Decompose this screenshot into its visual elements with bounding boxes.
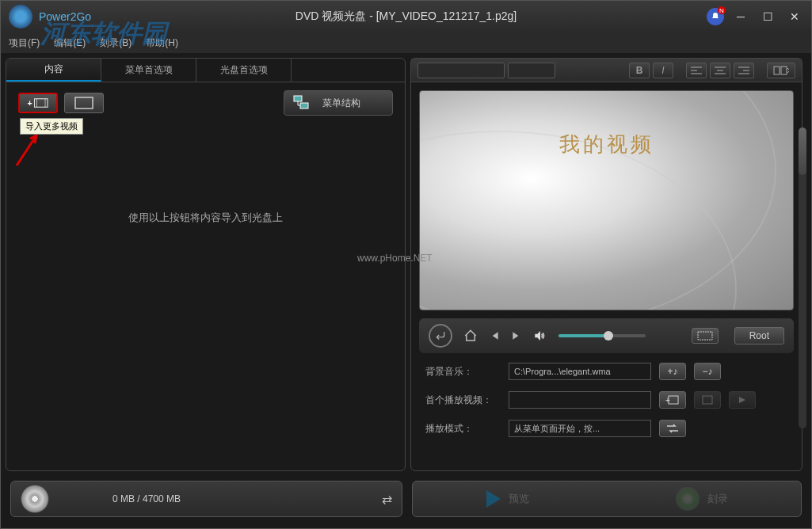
import-video-button[interactable]: + 导入更多视频 (18, 93, 58, 113)
close-button[interactable]: ✕ (784, 9, 805, 25)
svg-rect-6 (300, 103, 308, 108)
app-name: Power2Go (39, 10, 91, 23)
svg-rect-5 (294, 96, 302, 101)
menu-edit[interactable]: 编辑(E) (54, 36, 86, 50)
svg-rect-9 (698, 332, 712, 340)
disc-icon (21, 485, 49, 513)
bottom-bar: 0 MB / 4700 MB ⇄ 预览 刻录 (1, 476, 811, 522)
menu-preview[interactable]: 我的视频 (419, 90, 794, 310)
window-controls: ─ ☐ ✕ (707, 8, 805, 25)
font-family-dropdown[interactable] (417, 63, 505, 78)
play-mode-label: 播放模式： (425, 422, 501, 436)
tab-menu-prefs[interactable]: 菜单首选项 (101, 59, 196, 82)
minimize-button[interactable]: ─ (730, 9, 751, 25)
enter-button[interactable] (429, 324, 452, 348)
italic-button[interactable]: I (653, 63, 673, 78)
first-play-label: 首个播放视频： (425, 394, 501, 407)
first-play-value[interactable] (509, 391, 651, 409)
menu-structure-icon (292, 94, 315, 112)
align-right-button[interactable] (734, 63, 754, 78)
tab-disc-prefs[interactable]: 光盘首选项 (196, 59, 292, 82)
play-firstplay-button[interactable] (729, 391, 756, 409)
volume-icon[interactable] (533, 329, 547, 343)
menu-structure-button[interactable]: 菜单结构 (284, 90, 393, 116)
remove-music-button[interactable]: −♪ (694, 363, 721, 380)
layout-options-button[interactable] (767, 63, 795, 78)
remove-firstplay-button[interactable] (694, 391, 721, 409)
tab-bar: 内容 菜单首选项 光盘首选项 (6, 59, 405, 82)
swap-icon[interactable]: ⇄ (382, 492, 392, 507)
font-size-dropdown[interactable] (508, 63, 555, 78)
home-button[interactable] (463, 329, 478, 343)
window-title: DVD 视频光盘 - [MY_VIDEO_121217_1.p2g] (295, 10, 517, 24)
frame-select-button[interactable] (692, 328, 719, 344)
app-window: Power2Go DVD 视频光盘 - [MY_VIDEO_121217_1.p… (0, 0, 812, 529)
menu-project[interactable]: 项目(F) (9, 36, 40, 50)
play-icon (486, 490, 501, 508)
svg-text:+: + (665, 396, 670, 405)
svg-rect-12 (703, 396, 712, 404)
add-music-button[interactable]: +♪ (659, 363, 686, 380)
play-mode-value[interactable]: 从菜单页面开始，按... (509, 420, 651, 437)
playback-controls: Root (419, 318, 794, 353)
preview-title-text: 我的视频 (559, 131, 654, 158)
menu-help[interactable]: 帮助(H) (146, 36, 178, 50)
tab-content[interactable]: 内容 (6, 59, 101, 82)
play-mode-row: 播放模式： 从菜单页面开始，按... (425, 420, 787, 437)
svg-text:+: + (28, 98, 32, 108)
empty-state-hint: 使用以上按钮将内容导入到光盘上 (6, 211, 405, 225)
left-panel: 内容 菜单首选项 光盘首选项 + 导入更多视频 菜单结构 使用以上按钮将内容导入… (6, 58, 406, 471)
add-firstplay-button[interactable]: + (659, 391, 686, 409)
app-logo-icon (9, 5, 32, 29)
prev-track-button[interactable] (489, 330, 500, 341)
disc-usage-panel: 0 MB / 4700 MB ⇄ (10, 481, 402, 517)
align-center-button[interactable] (710, 63, 730, 78)
first-play-row: 首个播放视频： + (425, 391, 787, 409)
menubar: 项目(F) 编辑(E) 刻录(B) 帮助(H) (1, 32, 811, 53)
content-area: 内容 菜单首选项 光盘首选项 + 导入更多视频 菜单结构 使用以上按钮将内容导入… (1, 53, 811, 476)
next-track-button[interactable] (511, 330, 522, 341)
preview-label: 预览 (509, 492, 529, 506)
content-toolbar: + 导入更多视频 菜单结构 (6, 82, 405, 124)
preview-button[interactable]: 预览 (486, 490, 529, 508)
burn-disc-icon (676, 487, 700, 511)
vertical-scrollbar[interactable] (799, 127, 806, 428)
menu-structure-label: 菜单结构 (322, 97, 360, 110)
right-panel: B I 我的视频 Root (410, 58, 802, 471)
burn-button[interactable]: 刻录 (676, 487, 728, 511)
root-button[interactable]: Root (734, 327, 784, 344)
action-panel: 预览 刻录 (412, 481, 802, 517)
format-toolbar: B I (411, 59, 802, 82)
burn-label: 刻录 (707, 492, 728, 506)
svg-rect-1 (35, 99, 48, 108)
svg-rect-4 (75, 97, 93, 108)
align-left-button[interactable] (686, 63, 707, 78)
menu-burn[interactable]: 刻录(B) (100, 36, 132, 50)
bold-button[interactable]: B (629, 63, 650, 78)
import-tooltip: 导入更多视频 (20, 118, 83, 135)
notification-bell-icon[interactable] (707, 8, 724, 25)
svg-rect-8 (781, 67, 787, 74)
volume-slider[interactable] (558, 334, 646, 337)
disc-usage-text: 0 MB / 4700 MB (112, 493, 181, 504)
bg-music-row: 背景音乐： C:\Progra...\elegant.wma +♪ −♪ (425, 363, 787, 380)
play-mode-options-button[interactable] (659, 420, 686, 437)
blank-slide-button[interactable] (64, 93, 104, 113)
bg-music-label: 背景音乐： (425, 365, 501, 379)
titlebar: Power2Go DVD 视频光盘 - [MY_VIDEO_121217_1.p… (1, 1, 811, 32)
maximize-button[interactable]: ☐ (757, 9, 778, 25)
bg-music-value[interactable]: C:\Progra...\elegant.wma (509, 363, 651, 380)
menu-settings: 背景音乐： C:\Progra...\elegant.wma +♪ −♪ 首个播… (411, 353, 802, 447)
svg-rect-7 (774, 67, 780, 74)
